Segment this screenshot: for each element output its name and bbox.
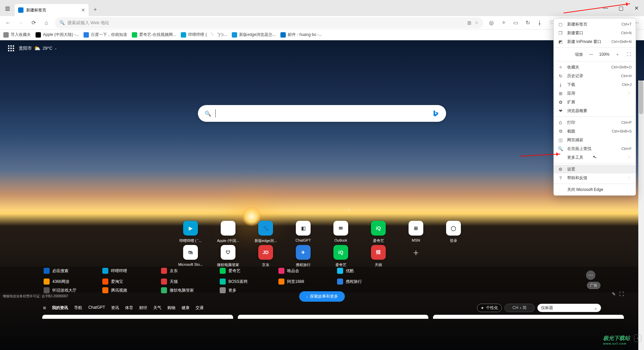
menu-label: 截图 <box>567 129 575 134</box>
forward-button[interactable]: → <box>15 17 27 29</box>
ntp-search-input[interactable] <box>220 111 428 116</box>
bookmark-item[interactable]: 新版edge浏览器怎... <box>232 32 276 38</box>
feed-card[interactable] <box>433 315 624 319</box>
quick-tile[interactable]: ▶哔哩哔哩 ( ˘... <box>172 219 209 245</box>
personalize-button[interactable]: ✦ 个性化 <box>477 304 502 312</box>
new-tab-button[interactable]: ＋ <box>90 4 101 15</box>
quick-link[interactable]: 腾讯视频 <box>102 287 161 293</box>
scrollbar[interactable] <box>638 81 644 350</box>
menu-webcapture[interactable]: ◫网页捕获 <box>554 136 636 144</box>
quick-tile[interactable]: ⊞MSN <box>397 219 435 245</box>
menu-apps[interactable]: ⊞应用〉 <box>554 89 636 98</box>
feed-card[interactable] <box>238 315 429 319</box>
feed-nav-item[interactable]: 导航 <box>74 305 82 311</box>
quick-link[interactable]: 哔哩哔哩 <box>102 266 161 276</box>
menu-screenshot[interactable]: ⧉截图Ctrl+Shift+S <box>554 127 636 136</box>
quick-tile[interactable]: ◯登录 <box>435 219 472 245</box>
menu-settings[interactable]: ⚙设置 <box>554 165 636 173</box>
feed-nav-item[interactable]: 资讯 <box>111 305 119 311</box>
menu-inprivate[interactable]: ◩新建 InPrivate 窗口Ctrl+Shift+N <box>554 37 636 46</box>
quick-tile[interactable]: iQ爱奇艺 <box>360 219 397 245</box>
fullscreen-icon[interactable]: ⛶ <box>619 291 624 297</box>
menu-new-window[interactable]: ❐新建窗口Ctrl+N <box>554 29 636 37</box>
quick-link[interactable]: 优酷 <box>337 266 396 276</box>
scrollbar-thumb[interactable] <box>639 81 643 114</box>
quick-link[interactable]: 必应搜索 <box>44 266 102 276</box>
favorites-icon[interactable]: ✧ <box>498 17 509 29</box>
quick-tile[interactable]: 🐾新版edge浏... <box>247 219 284 245</box>
zoom-out-button[interactable]: — <box>588 52 594 57</box>
menu-favorites[interactable]: ✧收藏夹Ctrl+Shift+O <box>554 63 636 71</box>
tile-icon: 猫 <box>371 245 386 260</box>
quick-link[interactable]: 更多 <box>220 287 278 293</box>
layout-select[interactable]: 仅标题⌄ <box>537 304 601 312</box>
weather-widget[interactable]: 贵阳市 ⛅ 29°C ⌄ <box>19 45 57 51</box>
feed-nav-item[interactable]: 健康 <box>181 305 190 311</box>
feed-nav-item[interactable]: 我的资讯 <box>52 305 68 311</box>
reader-icon[interactable]: ▥ <box>467 20 471 25</box>
menu-extensions[interactable]: ✿扩展 <box>554 98 636 106</box>
quick-link[interactable]: 微软电脑管家 <box>161 287 220 293</box>
quick-link[interactable]: 4366网游 <box>44 277 102 287</box>
apps-launcher-icon[interactable] <box>8 45 14 51</box>
bookmark-item[interactable]: Apple (中国大陆) -... <box>36 32 79 38</box>
quick-link[interactable]: 唯品会 <box>278 266 337 276</box>
address-bar[interactable]: 🔍 搜索或输入 Web 地址 ▥ ☆ <box>55 17 483 28</box>
tile-label: Outlook <box>334 238 347 242</box>
quick-link[interactable]: 爱淘宝 <box>102 277 161 287</box>
tab-close-icon[interactable]: ✕ <box>81 7 85 13</box>
sidebar-chat-icon[interactable]: ✦ <box>634 335 641 342</box>
close-button[interactable]: ✕ <box>629 3 644 13</box>
feed-nav-item[interactable]: 购物 <box>167 305 175 311</box>
bookmark-item[interactable]: 哔哩哔哩 ( ゜- ゜)つ... <box>181 32 227 38</box>
menu-close-edge[interactable]: 关闭 Microsoft Edge <box>554 185 636 194</box>
quick-link[interactable]: BOSS直聘 <box>220 277 278 287</box>
ntp-search-bar[interactable]: 🔍 <box>198 105 446 122</box>
feed-nav-item[interactable]: ChatGPT <box>88 305 105 311</box>
menu-find[interactable]: 🔍在页面上查找Ctrl+F <box>554 144 636 153</box>
quick-link-icon <box>278 279 284 285</box>
quick-link[interactable]: 天猫 <box>161 277 220 287</box>
quick-link[interactable]: 爱奇艺 <box>220 266 278 276</box>
ime-indicator[interactable]: CH ♪ 简 <box>504 304 535 312</box>
menu-downloads[interactable]: ⭳下载Ctrl+J <box>554 80 636 89</box>
menu-new-tab[interactable]: ▢新建标签页Ctrl+T <box>554 20 636 29</box>
feed-nav-item[interactable]: 交通 <box>196 305 204 311</box>
quick-links-more-button[interactable]: ⋯ <box>586 270 595 280</box>
feed-nav-item[interactable]: 财经 <box>139 305 147 311</box>
feed-nav-item[interactable]: 体育 <box>125 305 133 311</box>
history-icon[interactable]: ↻ <box>522 17 533 29</box>
edit-bg-icon[interactable]: ✎ <box>612 291 616 297</box>
bookmark-item[interactable]: 百度一下，你就知道 <box>84 32 127 38</box>
tracking-icon[interactable]: ◎ <box>486 17 497 29</box>
collections-icon[interactable]: ▭ <box>510 17 521 29</box>
quick-tile[interactable]: ◧ChatGPT <box>284 219 322 245</box>
menu-essentials[interactable]: ❤浏览器概要 <box>554 106 636 115</box>
home-button[interactable]: ⌂ <box>40 17 52 29</box>
bookmark-item[interactable]: 爱奇艺-在线视频网... <box>132 32 176 38</box>
quick-tile[interactable]: ✉Outlook <box>322 219 360 245</box>
feed-nav-item[interactable]: 天气 <box>153 305 161 311</box>
bookmark-item[interactable]: 导入收藏夹 <box>3 32 31 38</box>
explore-button[interactable]: ↓ 探索故事和更多 <box>299 291 345 302</box>
fullscreen-button[interactable]: ⛶ <box>626 52 632 57</box>
quick-link[interactable]: 阿里1688 <box>278 277 337 287</box>
menu-print[interactable]: ⎙打印Ctrl+P <box>554 118 636 127</box>
menu-help[interactable]: ?帮助和反馈〉 <box>554 173 636 182</box>
quick-link[interactable]: 怀旧游戏大厅 <box>44 287 102 293</box>
quick-link[interactable]: 京东 <box>161 266 220 276</box>
bookmark-item[interactable]: 邮件 - huang bo -... <box>280 32 322 38</box>
favorite-star-icon[interactable]: ☆ <box>475 20 479 25</box>
feed-card[interactable] <box>42 315 233 319</box>
quick-tile[interactable]: Apple (中国... <box>209 219 247 245</box>
refresh-button[interactable]: ⟳ <box>28 17 40 29</box>
quick-link[interactable]: 携程旅行 <box>337 277 396 287</box>
browser-tab[interactable]: 新建标签页 ✕ <box>15 4 89 16</box>
downloads-icon[interactable]: ⭳ <box>534 17 545 29</box>
zoom-in-button[interactable]: ＋ <box>614 52 621 57</box>
collapse-tiles-icon[interactable]: ⌃ <box>346 208 351 214</box>
menu-history[interactable]: ↻历史记录Ctrl+H <box>554 71 636 80</box>
feed-menu-icon[interactable]: ≡ <box>43 305 46 311</box>
back-button[interactable]: ← <box>2 17 14 29</box>
tab-actions-icon[interactable]: ▥ <box>1 2 13 14</box>
